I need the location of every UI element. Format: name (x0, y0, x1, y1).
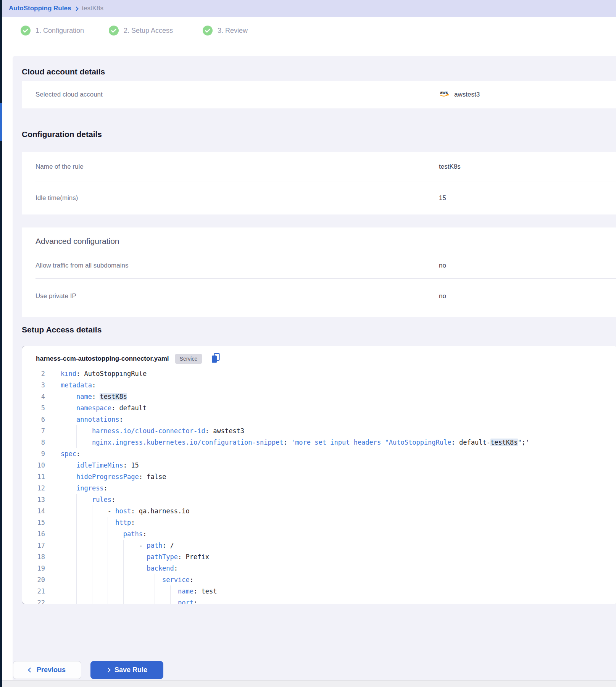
line-number: 9 (22, 448, 45, 460)
copy-button[interactable] (211, 353, 220, 365)
row-value: aws awstest3 (439, 90, 480, 100)
service-badge: Service (175, 354, 202, 364)
line-number: 7 (22, 425, 45, 437)
footer-strip (2, 680, 616, 687)
line-content: pathType: Prefix (61, 551, 209, 563)
yaml-code: 2kind: AutoStoppingRule3metadata:4 name:… (22, 371, 616, 604)
row-allow-traffic: Allow traffic from all subdomains no (22, 253, 616, 278)
copy-icon (211, 353, 220, 365)
line-content: name: test (61, 585, 217, 597)
line-number: 16 (22, 528, 45, 540)
row-label: Idle time(mins) (35, 194, 78, 202)
review-panel: Cloud account details Selected cloud acc… (13, 56, 616, 687)
code-line: 2kind: AutoStoppingRule (22, 371, 616, 379)
row-idle-time: Idle time(mins) 15 (22, 182, 616, 214)
line-number: 20 (22, 574, 45, 585)
code-line: 21 name: test (22, 585, 616, 597)
breadcrumb-current: testK8s (82, 5, 103, 12)
code-line: 16 paths: (22, 528, 616, 540)
row-value: no (439, 292, 446, 300)
code-line: 15 http: (22, 517, 616, 528)
row-label: Name of the rule (35, 163, 84, 171)
code-line: 14 - host: qa.harness.io (22, 505, 616, 517)
line-content: ingress: (61, 482, 108, 494)
check-circle-icon (203, 26, 213, 35)
chevron-right-icon (106, 668, 111, 672)
aws-icon: aws (439, 90, 451, 100)
line-content: annotations: (61, 414, 123, 425)
step-review[interactable]: 3. Review (203, 17, 248, 44)
step-label: 3. Review (218, 27, 248, 35)
row-selected-cloud-account: Selected cloud account aws awstest3 (22, 81, 616, 108)
yaml-filename: harness-ccm-autostopping-connector.yaml (36, 355, 169, 363)
left-rail-indicator (0, 103, 2, 141)
line-content: metadata: (61, 379, 96, 391)
breadcrumb: AutoStopping Rules testK8s (2, 0, 616, 17)
check-circle-icon (109, 26, 119, 35)
line-number: 5 (22, 402, 45, 414)
step-configuration[interactable]: 1. Configuration (21, 17, 84, 44)
check-circle-icon (21, 26, 31, 35)
row-value: no (439, 262, 446, 269)
line-content: kind: AutoStoppingRule (61, 371, 147, 379)
line-number: 19 (22, 563, 45, 574)
previous-button-label: Previous (37, 666, 66, 674)
section-title-advanced-configuration: Advanced configuration (35, 237, 119, 246)
chevron-left-icon (28, 668, 33, 672)
line-content: http: (61, 517, 135, 528)
line-number: 22 (22, 597, 45, 604)
code-line: 4 name: testK8s (22, 391, 616, 402)
line-content: nginx.ingress.kubernetes.io/configuratio… (61, 437, 529, 448)
code-line: 22 port: (22, 597, 616, 604)
code-line: 9spec: (22, 448, 616, 460)
line-content: hideProgressPage: false (61, 471, 166, 482)
line-content: service: (61, 574, 194, 585)
line-content: - path: / (61, 540, 174, 551)
code-line: 19 backend: (22, 563, 616, 574)
line-number: 10 (22, 460, 45, 471)
cloud-account-name: awstest3 (454, 91, 480, 98)
breadcrumb-link-autostopping-rules[interactable]: AutoStopping Rules (9, 5, 71, 12)
line-content: paths: (61, 528, 147, 540)
row-label: Allow traffic from all subdomains (35, 262, 128, 269)
left-rail (0, 0, 2, 687)
line-number: 17 (22, 540, 45, 551)
row-use-private-ip: Use private IP no (22, 278, 616, 314)
line-number: 15 (22, 517, 45, 528)
line-number: 11 (22, 471, 45, 482)
row-label: Selected cloud account (35, 91, 103, 98)
line-number: 18 (22, 551, 45, 563)
code-line: 12 ingress: (22, 482, 616, 494)
aws-logo-text: aws (440, 90, 448, 95)
configuration-details-block: Name of the rule testK8s Idle time(mins)… (22, 152, 616, 214)
step-setup-access[interactable]: 2. Setup Access (109, 17, 173, 44)
row-value: testK8s (439, 163, 461, 171)
yaml-editor[interactable]: 2kind: AutoStoppingRule3metadata:4 name:… (22, 371, 616, 604)
code-line: 8 nginx.ingress.kubernetes.io/configurat… (22, 437, 616, 448)
line-number: 14 (22, 505, 45, 517)
code-line: 5 namespace: default (22, 402, 616, 414)
section-title-configuration: Configuration details (22, 130, 102, 139)
line-number: 12 (22, 482, 45, 494)
code-line: 18 pathType: Prefix (22, 551, 616, 563)
section-title-cloud-account: Cloud account details (22, 67, 105, 76)
yaml-viewer-card: harness-ccm-autostopping-connector.yaml … (22, 346, 616, 604)
row-name-of-rule: Name of the rule testK8s (22, 152, 616, 182)
line-content: spec: (61, 448, 80, 460)
step-label: 1. Configuration (35, 27, 84, 35)
code-line: 7 harness.io/cloud-connector-id: awstest… (22, 425, 616, 437)
line-number: 21 (22, 585, 45, 597)
code-line: 10 idleTimeMins: 15 (22, 460, 616, 471)
line-number: 8 (22, 437, 45, 448)
section-title-setup-access: Setup Access details (22, 325, 102, 334)
wizard-stepper: 1. Configuration 2. Setup Access 3. Revi… (2, 17, 616, 44)
code-line: 6 annotations: (22, 414, 616, 425)
code-line: 17 - path: / (22, 540, 616, 551)
line-content: idleTimeMins: 15 (61, 460, 139, 471)
advanced-configuration-block: Advanced configuration Allow traffic fro… (22, 227, 616, 317)
chevron-right-icon (74, 6, 79, 11)
previous-button[interactable]: Previous (13, 661, 81, 679)
line-number: 4 (22, 391, 45, 402)
save-rule-button[interactable]: Save Rule (90, 661, 163, 679)
row-label: Use private IP (35, 292, 76, 300)
